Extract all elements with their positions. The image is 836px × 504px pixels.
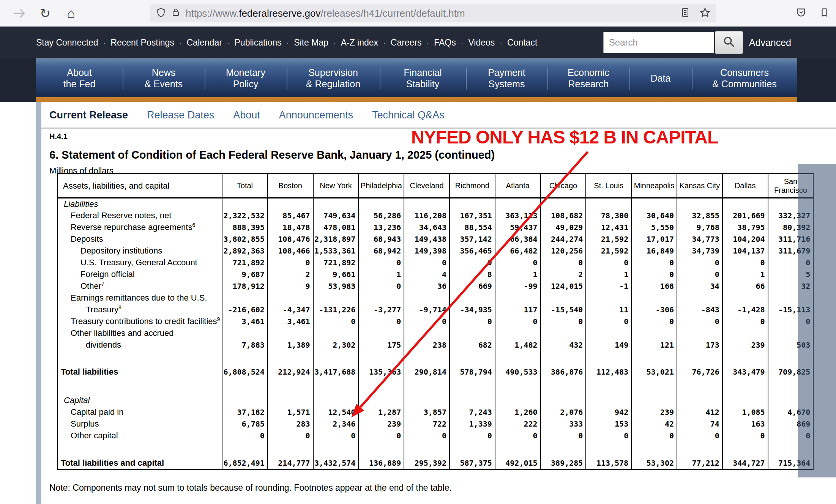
cell-value: 66,384 — [495, 233, 541, 245]
forward-icon[interactable] — [11, 5, 28, 22]
cell-value — [495, 292, 541, 304]
cell-value: 53,983 — [313, 280, 359, 292]
advanced-search-link[interactable]: Advanced — [749, 37, 791, 48]
cell-value: 0 — [541, 430, 586, 442]
nav-item-data[interactable]: Data — [629, 59, 692, 97]
cell-value — [313, 351, 359, 366]
cell-value: 721,892 — [313, 257, 359, 269]
cell-value: 1,571 — [268, 406, 313, 418]
utility-link-stay-connected[interactable]: Stay Connected — [36, 38, 98, 48]
cell-value: 0 — [677, 430, 722, 442]
tab-technical-q-as[interactable]: Technical Q&As — [372, 109, 445, 121]
cell-value — [313, 198, 359, 210]
tab-announcements[interactable]: Announcements — [279, 109, 353, 121]
url-bar[interactable]: https://www.federalreserve.gov/releases/… — [150, 4, 716, 22]
cell-value: 85,467 — [268, 210, 313, 222]
cell-value: 12,431 — [586, 222, 631, 233]
cell-value: 722 — [404, 418, 450, 430]
cell-value: 163 — [722, 418, 768, 430]
cell-value: 1 — [358, 269, 404, 280]
cell-value — [358, 328, 404, 339]
cell-value — [450, 292, 495, 304]
row-label: U.S. Treasury, General Account — [57, 257, 222, 269]
orange-accent-rule — [36, 97, 797, 102]
nav-item-economic-research[interactable]: EconomicResearch — [547, 59, 629, 97]
cell-value: 0 — [631, 269, 677, 280]
nav-item-monetary-policy[interactable]: MonetaryPolicy — [205, 59, 287, 97]
utility-link-videos[interactable]: Videos — [468, 38, 495, 48]
cell-value: 1,287 — [358, 406, 404, 418]
cell-value: 682 — [450, 339, 495, 351]
nav-item-consumers-communities[interactable]: Consumers& Communities — [692, 59, 797, 97]
search-button[interactable] — [715, 31, 743, 54]
table-row: Foreign official9,68729,6611481210015 — [57, 269, 813, 280]
pocket-icon[interactable] — [796, 7, 806, 19]
row-label: Deposits — [57, 233, 222, 245]
row-label: Capital — [57, 395, 222, 406]
utility-link-site-map[interactable]: Site Map — [294, 38, 328, 48]
cell-value: 2,346 — [313, 418, 359, 430]
cell-value: -15,540 — [541, 304, 586, 316]
nav-item-payment-systems[interactable]: PaymentSystems — [466, 59, 547, 97]
cell-value: -1,428 — [722, 304, 768, 316]
table-row: Surplus6,7852832,3462397221,339222333153… — [57, 418, 813, 430]
col-header-boston: Boston — [268, 174, 313, 198]
nav-item-about-the-fed[interactable]: Aboutthe Fed — [36, 59, 123, 97]
table-row: Treasury contributions to credit facilit… — [57, 316, 813, 328]
cell-value: 113,578 — [586, 458, 631, 469]
search-input[interactable] — [603, 32, 714, 53]
cell-value: 34,643 — [404, 222, 450, 233]
nav-item-financial-stability[interactable]: FinancialStability — [380, 59, 466, 97]
cell-value: -216,602 — [222, 304, 268, 316]
cell-value — [586, 198, 631, 210]
table-spacer-row — [57, 442, 813, 458]
table-row: Capital — [57, 395, 813, 406]
cell-value — [631, 328, 677, 339]
cell-value: 0 — [450, 430, 495, 442]
bookmark-star-icon[interactable] — [700, 7, 710, 19]
cell-value: -3,277 — [358, 304, 404, 316]
reload-icon[interactable]: ↻ — [36, 5, 54, 22]
utility-link-contact[interactable]: Contact — [507, 38, 537, 48]
tracking-shield-icon[interactable] — [156, 8, 166, 19]
tab-release-dates[interactable]: Release Dates — [147, 109, 214, 121]
nav-item-label: & Events — [145, 78, 183, 90]
cell-value: 66 — [722, 280, 768, 292]
library-icon[interactable] — [819, 7, 829, 19]
nav-item-supervision-regulation[interactable]: Supervision& Regulation — [287, 59, 380, 97]
condition-table: Assets, liabilities, and capitalTotalBos… — [57, 173, 814, 470]
reader-view-icon[interactable] — [681, 7, 690, 19]
cell-value: 9,768 — [677, 222, 722, 233]
utility-link-careers[interactable]: Careers — [391, 38, 422, 48]
tab-about[interactable]: About — [233, 109, 260, 121]
utility-link-recent-postings[interactable]: Recent Postings — [110, 38, 174, 48]
utility-link-a-z-index[interactable]: A-Z index — [341, 38, 378, 48]
table-stub-header: Assets, liabilities, and capital — [57, 174, 222, 198]
cell-value — [586, 378, 631, 395]
cell-value: 0 — [631, 430, 677, 442]
home-icon[interactable]: ⌂ — [62, 5, 80, 22]
cell-value — [268, 198, 313, 210]
tab-current-release[interactable]: Current Release — [49, 109, 128, 121]
cell-value — [631, 442, 677, 458]
row-label: Foreign official — [57, 269, 222, 280]
cell-value: 490,533 — [495, 366, 541, 378]
cell-value: 68,943 — [358, 233, 404, 245]
utility-link-publications[interactable]: Publications — [235, 38, 282, 48]
nav-item-label: the Fed — [63, 78, 96, 90]
cell-value: 0 — [358, 257, 404, 269]
row-label: Surplus — [57, 418, 222, 430]
cell-value: 0 — [358, 316, 404, 328]
nav-item-label: Payment — [488, 67, 525, 78]
cell-value: 356,465 — [450, 245, 495, 257]
cell-value: 244,274 — [541, 233, 586, 245]
cell-value: 222 — [495, 418, 541, 430]
row-label: Treasury contributions to credit facilit… — [57, 316, 222, 328]
cell-value: 0 — [358, 280, 404, 292]
lock-icon[interactable] — [171, 8, 180, 19]
cell-value — [722, 351, 768, 366]
cell-value: 3,417,688 — [313, 366, 359, 378]
utility-link-faqs[interactable]: FAQs — [434, 38, 456, 48]
utility-link-calendar[interactable]: Calendar — [187, 38, 222, 48]
nav-item-news-events[interactable]: News& Events — [123, 59, 205, 97]
